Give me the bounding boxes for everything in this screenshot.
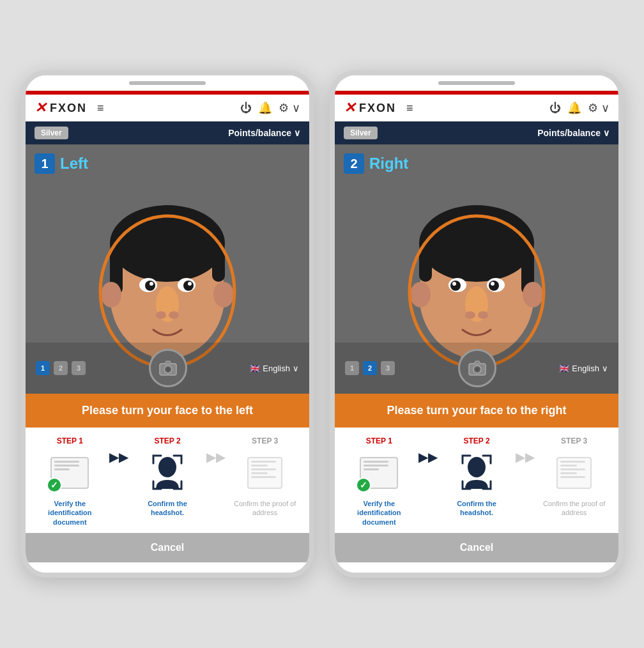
step-icon-3 — [243, 451, 288, 495]
step-desc-1: Verify the identification document — [36, 499, 104, 527]
face-scan-icon — [151, 453, 184, 493]
camera-button[interactable] — [149, 349, 187, 387]
hamburger-icon[interactable]: ≡ — [406, 102, 413, 115]
power-icon[interactable]: ⏻ — [240, 102, 252, 115]
svg-point-16 — [156, 311, 166, 319]
cancel-button[interactable]: Cancel — [335, 533, 618, 562]
instruction-bar: Please turn your face to the right — [335, 394, 618, 428]
svg-point-17 — [169, 311, 179, 319]
step-title-3: STEP 3 — [252, 436, 278, 445]
step-label: Right — [369, 155, 408, 173]
phone-bottom — [26, 562, 309, 573]
step-item-2: STEP 2 Confirm the headshot. — [443, 436, 511, 518]
settings-icon[interactable]: ⚙ ∨ — [279, 101, 300, 115]
step-desc-2: Confirm the headshot. — [443, 499, 511, 518]
svg-point-45 — [468, 457, 486, 477]
logo: ✕ FXON — [344, 100, 396, 116]
header-right: ⏻ 🔔 ⚙ ∨ — [549, 101, 610, 115]
svg-point-35 — [450, 281, 461, 291]
step-icon-2 — [145, 451, 190, 495]
step-number: 1 — [34, 153, 55, 174]
arrow-icon: ▶▶ — [204, 449, 228, 465]
step-title-1: STEP 1 — [57, 436, 83, 445]
step-icon-1: ✓ — [356, 451, 401, 495]
app-header: ✕ FXON ≡ ⏻ 🔔 ⚙ ∨ — [26, 95, 309, 121]
phone-left: ✕ FXON ≡ ⏻ 🔔 ⚙ ∨ Silver Points/balance ∨… — [20, 70, 314, 578]
svg-point-11 — [145, 281, 155, 291]
step-icon-3 — [552, 451, 597, 495]
logo: ✕ FXON — [34, 100, 87, 116]
svg-point-36 — [491, 282, 494, 286]
lang-selector[interactable]: 🇬🇧 English ∨ — [559, 364, 608, 373]
lang-label: English — [572, 364, 599, 373]
step-label: Left — [60, 155, 88, 173]
app-header: ✕ FXON ≡ ⏻ 🔔 ⚙ ∨ — [335, 95, 618, 121]
addr-icon — [556, 457, 592, 489]
step-title-1: STEP 1 — [366, 436, 392, 445]
bell-icon[interactable]: 🔔 — [567, 101, 581, 115]
points-balance[interactable]: Points/balance ∨ — [537, 128, 610, 138]
step-item-3: STEP 3 Confirm the proof of address — [540, 436, 608, 518]
power-icon[interactable]: ⏻ — [549, 102, 561, 115]
doc-icon: ✓ — [50, 457, 89, 489]
arrow-icon: ▶▶ — [416, 449, 440, 465]
face-scan-icon — [460, 453, 493, 493]
svg-point-14 — [188, 282, 192, 286]
points-arrow: ∨ — [294, 128, 300, 138]
step-item-1: STEP 1 ✓ Verify the identification docum… — [345, 436, 413, 527]
svg-point-40 — [465, 311, 475, 319]
step-dot-1: 1 — [345, 361, 359, 375]
logo-x: ✕ — [344, 100, 355, 116]
camera-bottom-bar: 123 🇬🇧 English ∨ — [335, 343, 618, 394]
check-icon: ✓ — [356, 477, 371, 493]
page-container: ✕ FXON ≡ ⏻ 🔔 ⚙ ∨ Silver Points/balance ∨… — [20, 70, 624, 578]
points-label: Points/balance — [228, 128, 291, 138]
svg-point-39 — [478, 311, 488, 319]
lang-arrow: ∨ — [293, 364, 299, 373]
step-desc-1: Verify the identification document — [345, 499, 413, 527]
step-number: 2 — [344, 153, 364, 174]
flag-icon: 🇬🇧 — [250, 364, 260, 373]
lang-arrow: ∨ — [602, 364, 608, 373]
step-desc-3: Confirm the proof of address — [540, 499, 608, 518]
step-icon-2 — [454, 451, 499, 495]
points-label: Points/balance — [537, 128, 601, 138]
camera-button[interactable] — [458, 349, 496, 387]
step-icon-1: ✓ — [47, 451, 92, 495]
arrow-icon: ▶▶ — [107, 449, 131, 465]
logo-text: FXON — [50, 102, 87, 115]
hamburger-icon[interactable]: ≡ — [97, 102, 104, 115]
steps-section: STEP 1 ✓ Verify the identification docum… — [26, 428, 309, 533]
settings-icon[interactable]: ⚙ ∨ — [588, 101, 610, 115]
points-balance[interactable]: Points/balance ∨ — [228, 128, 300, 138]
svg-point-31 — [410, 282, 431, 307]
step-item-1: STEP 1 ✓ Verify the identification docum… — [36, 436, 104, 527]
step-badge: 2 Right — [344, 153, 408, 174]
step-dots: 123 — [345, 361, 395, 375]
svg-point-7 — [101, 282, 121, 307]
step-dot-2: 2 — [54, 361, 68, 375]
svg-point-12 — [183, 281, 194, 291]
svg-point-44 — [475, 367, 479, 371]
header-right: ⏻ 🔔 ⚙ ∨ — [240, 101, 300, 115]
svg-point-13 — [150, 282, 153, 286]
step-title-2: STEP 2 — [154, 436, 180, 445]
svg-point-30 — [523, 282, 543, 307]
phone-notch — [335, 75, 618, 91]
notch-bar — [129, 81, 206, 85]
arrow-icon: ▶▶ — [513, 449, 537, 465]
bell-icon[interactable]: 🔔 — [258, 101, 272, 115]
cancel-button[interactable]: Cancel — [26, 533, 309, 562]
logo-x: ✕ — [34, 100, 46, 116]
lang-label: English — [263, 364, 290, 373]
camera-view: 2 Right — [335, 144, 618, 394]
doc-icon: ✓ — [360, 457, 398, 489]
steps-row: STEP 1 ✓ Verify the identification docum… — [345, 436, 608, 527]
camera-bottom-bar: 123 🇬🇧 English ∨ — [26, 343, 309, 394]
step-dot-2: 2 — [363, 361, 377, 375]
lang-selector[interactable]: 🇬🇧 English ∨ — [250, 364, 299, 373]
step-dot-1: 1 — [36, 361, 50, 375]
step-badge: 1 Left — [34, 153, 88, 174]
steps-row: STEP 1 ✓ Verify the identification docum… — [36, 436, 299, 527]
silver-badge: Silver — [34, 127, 68, 139]
